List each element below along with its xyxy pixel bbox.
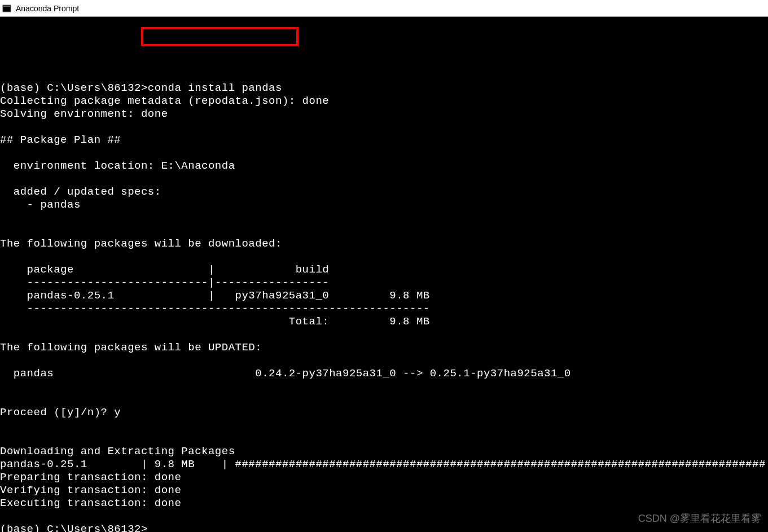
terminal-content: (base) C:\Users\86132>conda install pand… [0,56,768,532]
output-line: The following packages will be UPDATED: [0,341,262,354]
table-row: pandas-0.25.1 | py37ha925a31_0 9.8 MB [0,289,430,302]
output-line: Preparing transaction: done [0,471,181,483]
output-line: - pandas [0,199,81,211]
table-header: package | build [0,263,329,276]
table-divider: ----------------------------------------… [0,302,430,315]
output-line: Downloading and Extracting Packages [0,445,235,458]
output-line: Collecting package metadata (repodata.js… [0,95,329,107]
svg-rect-1 [3,6,10,7]
command-text: conda install pandas [148,82,282,94]
output-line: environment location: E:\Anaconda [0,160,235,172]
output-line: ## Package Plan ## [0,134,121,146]
table-total: Total: 9.8 MB [0,315,430,328]
prompt: (base) C:\Users\86132> [0,523,148,532]
output-line: added / updated specs: [0,186,161,198]
terminal-icon [2,4,11,13]
output-line: Solving environment: done [0,108,168,120]
table-divider: ---------------------------|------------… [0,276,329,289]
output-line: The following packages will be downloade… [0,238,282,250]
output-line: Verifying transaction: done [0,484,181,496]
proceed-prompt: Proceed ([y]/n)? [0,406,114,419]
proceed-input[interactable]: y [114,406,121,419]
terminal-area[interactable]: (base) C:\Users\86132>conda install pand… [0,17,768,532]
update-row: pandas 0.24.2-py37ha925a31_0 --> 0.25.1-… [0,367,571,380]
progress-line: pandas-0.25.1 | 9.8 MB | ###############… [0,458,768,471]
command-highlight [141,27,299,46]
output-line: Executing transaction: done [0,497,181,509]
prompt: (base) C:\Users\86132> [0,82,148,94]
window-titlebar[interactable]: Anaconda Prompt [0,0,768,17]
window-title: Anaconda Prompt [16,4,79,13]
